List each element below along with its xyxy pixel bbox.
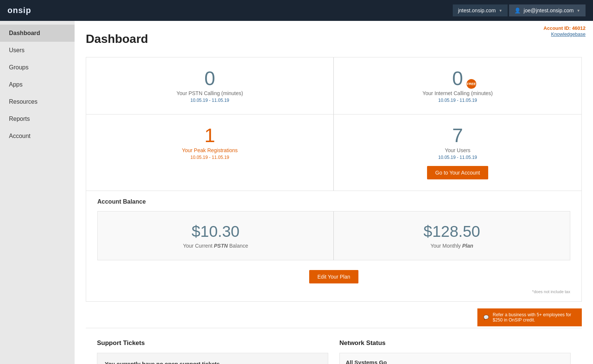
stats-grid: 0 Your PSTN Calling (minutes) 10.05.19 -… [86,57,582,191]
balance-title: Account Balance [97,198,570,205]
account-balance-section: Account Balance $10.30 Your Current PSTN… [86,191,582,302]
domain-chevron: ▼ [499,9,502,13]
plan-balance-amount: $128.50 [341,223,562,241]
header-right: jntest.onsip.com ▼ 👤 joe@jntest.onsip.co… [453,4,586,16]
page-title: Dashboard [86,32,582,46]
tax-note: *does not include tax [97,289,570,294]
main-content: Account ID: 46012 Knowledgebase Dashboar… [75,21,593,364]
support-title: Support Tickets [97,339,328,347]
plan-balance-cell: $128.50 Your Monthly Plan [334,211,570,260]
referral-icon: 💬 [483,315,489,320]
pstn-date: 10.05.19 - 11.05.19 [94,98,326,103]
sidebar-item-groups[interactable]: Groups [0,59,75,76]
referral-text: Refer a business with 5+ employees for $… [493,312,576,323]
internet-label: Your Internet Calling (minutes) [341,90,574,96]
users-number: 7 [341,126,574,145]
free-badge: FREE [467,79,476,89]
account-id: Account ID: 46012 [543,25,586,31]
support-tickets-section: Support Tickets You currently have no op… [97,339,328,364]
stat-users: 7 Your Users 10.05.19 - 11.05.19 Go to Y… [334,114,581,191]
stat-internet: 0 FREE Your Internet Calling (minutes) 1… [334,57,581,114]
header: onsip jntest.onsip.com ▼ 👤 joe@jntest.on… [0,0,593,21]
stat-registrations: 1 Your Peak Registrations 10.05.19 - 11.… [86,114,334,191]
user-icon: 👤 [514,7,521,13]
registrations-number: 1 [94,126,326,145]
network-title: Network Status [339,339,571,347]
registrations-label: Your Peak Registrations [94,147,326,153]
network-box: All Systems Go There are no network aler… [339,353,571,364]
pstn-balance-cell: $10.30 Your Current PSTN Balance [98,211,334,260]
pstn-balance-label: Your Current PSTN Balance [105,243,326,249]
users-label: Your Users [341,147,574,153]
internet-number: 0 [452,68,463,89]
logo: onsip [7,6,31,15]
edit-plan-button[interactable]: Edit Your Plan [309,270,358,283]
top-right-info: Account ID: 46012 Knowledgebase [543,25,586,37]
knowledgebase-link[interactable]: Knowledgebase [543,31,586,37]
sidebar-item-account[interactable]: Account [0,128,75,145]
user-menu[interactable]: 👤 joe@jntest.onsip.com ▼ [509,4,586,16]
pstn-balance-amount: $10.30 [105,223,326,241]
layout: Dashboard Users Groups Apps Resources Re… [0,21,593,364]
pstn-label: Your PSTN Calling (minutes) [94,90,326,96]
internet-date: 10.05.19 - 11.05.19 [341,98,574,103]
users-date: 10.05.19 - 11.05.19 [341,155,574,160]
sidebar-item-reports[interactable]: Reports [0,110,75,128]
sidebar-item-dashboard[interactable]: Dashboard [0,25,75,42]
sidebar-item-apps[interactable]: Apps [0,76,75,93]
sidebar-item-resources[interactable]: Resources [0,93,75,110]
go-to-account-button[interactable]: Go to Your Account [427,166,488,179]
domain-label: jntest.onsip.com [458,7,496,13]
stat-pstn: 0 Your PSTN Calling (minutes) 10.05.19 -… [86,57,334,114]
bottom-section: Support Tickets You currently have no op… [86,328,582,364]
support-box: You currently have no open support ticke… [97,353,328,364]
sidebar-item-users[interactable]: Users [0,42,75,59]
domain-selector[interactable]: jntest.onsip.com ▼ [453,4,508,16]
network-box-title: All Systems Go [346,359,564,364]
support-box-title: You currently have no open support ticke… [105,361,320,364]
balance-actions: Edit Your Plan [97,260,570,287]
pstn-number: 0 [94,69,326,88]
plan-balance-label: Your Monthly Plan [341,243,562,249]
balance-grid: $10.30 Your Current PSTN Balance $128.50… [97,211,570,260]
sidebar: Dashboard Users Groups Apps Resources Re… [0,21,75,364]
user-chevron: ▼ [577,9,580,13]
referral-banner[interactable]: 💬 Refer a business with 5+ employees for… [477,308,582,326]
registrations-date: 10.05.19 - 11.05.19 [94,155,326,160]
user-email: joe@jntest.onsip.com [524,7,574,13]
network-status-section: Network Status All Systems Go There are … [339,339,571,364]
